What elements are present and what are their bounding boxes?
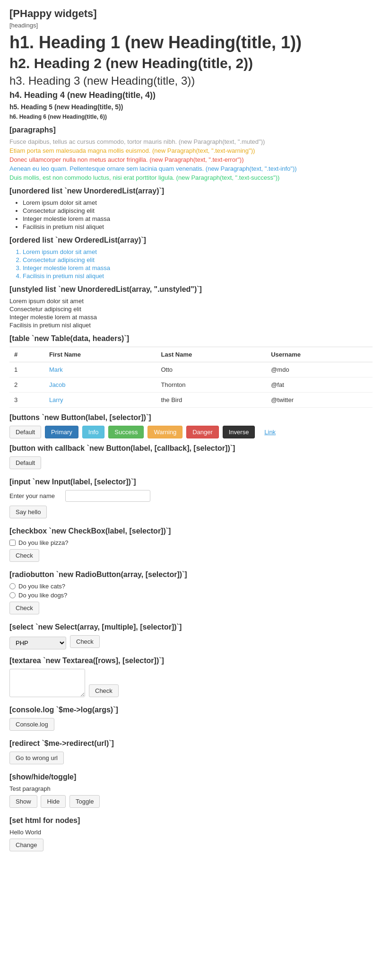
table-cell-firstname: Mark (44, 362, 156, 377)
demo-textarea[interactable] (9, 669, 85, 697)
php-select[interactable]: PHP JavaScript Python Ruby (9, 637, 66, 649)
say-hello-button[interactable]: Say hello (9, 506, 47, 518)
radio-dogs[interactable] (9, 592, 16, 598)
table-header-num: # (9, 347, 44, 362)
list-item: Facilisis in pretium nisl aliquet (23, 272, 373, 280)
button-inverse[interactable]: Inverse (223, 426, 255, 438)
table-cell-num: 3 (9, 393, 44, 408)
input-label: [input `new Input(label, [selector])`] (9, 478, 373, 486)
radiobutton-label: [radiobutton `new RadioButton(array, [se… (9, 570, 373, 579)
buttons-row: Default Primary Info Success Warning Dan… (9, 426, 373, 438)
input-field-label: Enter your name (9, 492, 61, 499)
table-cell-num: 1 (9, 362, 44, 377)
radio-cats-label: Do you like cats? (18, 583, 65, 590)
list-item: Consectetur adipiscing elit (23, 256, 373, 263)
name-input[interactable] (65, 490, 150, 502)
button-info[interactable]: Info (82, 426, 105, 438)
textarea-row: Check (9, 669, 373, 700)
table-row: 1 Mark Otto @mdo (9, 362, 373, 377)
redirect-button[interactable]: Go to wrong url (9, 752, 64, 764)
table-cell-firstname: Larry (44, 393, 156, 408)
table-cell-username: @mdo (266, 362, 373, 377)
table-cell-username: @twitter (266, 393, 373, 408)
radio-button-row: Check (9, 602, 373, 617)
checkbox-button-row: Check (9, 549, 373, 565)
buttons-label: [buttons `new Button(label, [selector])`… (9, 413, 373, 422)
consolelog-label: [console.log `$me->log(args)`] (9, 706, 373, 714)
input-row: Enter your name (9, 490, 373, 502)
table-header-lastname: Last Name (156, 347, 266, 362)
sethtmlnodes-button-row: Change (9, 839, 373, 854)
ordered-list: Lorem ipsum dolor sit amet Consectetur a… (9, 248, 373, 280)
hide-button[interactable]: Hide (41, 795, 66, 808)
table-header-username: Username (266, 347, 373, 362)
checkbox-check-button[interactable]: Check (9, 549, 39, 562)
consolelog-button[interactable]: Console.log (9, 718, 54, 731)
heading-2: h2. Heading 2 (new Heading(title, 2)) (9, 55, 373, 71)
checkbox-label: [checkbox `new CheckBox(label, [selector… (9, 527, 373, 535)
radio-cats[interactable] (9, 583, 16, 589)
para-muted: Fusce dapibus, tellus ac cursus commodo,… (9, 138, 373, 145)
radio-dogs-row: Do you like dogs? (9, 592, 373, 599)
heading-1: h1. Heading 1 (new Heading(title, 1)) (9, 33, 373, 52)
para-warning: Etiam porta sem malesuada magna mollis e… (9, 147, 373, 154)
button-link[interactable]: Link (259, 426, 281, 438)
list-item: Facilisis in pretium nisl aliquet (9, 322, 373, 329)
button-callback-label: [button with callback `new Button(label,… (9, 444, 373, 453)
showhide-buttons-row: Show Hide Toggle (9, 795, 373, 811)
table-row: 2 Jacob Thornton @fat (9, 377, 373, 393)
consolelog-button-row: Console.log (9, 718, 373, 734)
table-cell-num: 2 (9, 377, 44, 393)
unordered-list: Lorem ipsum dolor sit amet Consectetur a… (9, 199, 373, 230)
list-item: Integer molestie lorem at massa (9, 314, 373, 321)
select-check-button[interactable]: Check (70, 635, 100, 648)
button-success[interactable]: Success (108, 426, 144, 438)
table-cell-lastname: Otto (156, 362, 266, 377)
button-warning[interactable]: Warning (148, 426, 182, 438)
radio-dogs-label: Do you like dogs? (18, 592, 67, 599)
table-link[interactable]: Jacob (49, 381, 66, 388)
button-default[interactable]: Default (9, 426, 41, 438)
change-button[interactable]: Change (9, 839, 43, 851)
unstyled-list: Lorem ipsum dolor sit amet Consectetur a… (9, 298, 373, 329)
list-item: Lorem ipsum dolor sit amet (9, 298, 373, 305)
radio-check-button[interactable]: Check (9, 602, 39, 614)
heading-5: h5. Heading 5 (new Heading(title, 5)) (9, 103, 373, 111)
table-cell-lastname: Thornton (156, 377, 266, 393)
select-label: [select `new Select(array, [multiple], [… (9, 623, 373, 631)
hello-world-text: Hello World (9, 829, 373, 836)
unstyled-list-label: [unstyled list `new UnorderedList(array,… (9, 285, 373, 294)
page-title: [PHappy widgets] (9, 8, 373, 20)
button-callback-default[interactable]: Default (9, 456, 41, 469)
table-label: [table `new Table(data, headers)`] (9, 334, 373, 343)
unordered-list-label: [unordered list `new UnorderedList(array… (9, 187, 373, 195)
list-item: Integer molestie lorem at massa (23, 215, 373, 222)
table-cell-username: @fat (266, 377, 373, 393)
show-button[interactable]: Show (9, 795, 37, 808)
showhide-label: [show/hide/toggle] (9, 773, 373, 781)
list-item: Lorem ipsum dolor sit amet (23, 199, 373, 206)
pizza-checkbox[interactable] (9, 540, 16, 546)
ordered-list-label: [ordered list `new OrderedList(array)`] (9, 236, 373, 245)
heading-4: h4. Heading 4 (new Heading(title, 4)) (9, 90, 373, 100)
button-primary[interactable]: Primary (45, 426, 78, 438)
table-link[interactable]: Mark (49, 366, 63, 373)
paragraphs-label: [paragraphs] (9, 126, 373, 134)
radio-cats-row: Do you like cats? (9, 583, 373, 590)
textarea-check-button[interactable]: Check (89, 684, 119, 697)
table-cell-firstname: Jacob (44, 377, 156, 393)
para-error: Donec ullamcorper nulla non metus auctor… (9, 156, 373, 163)
heading-3: h3. Heading 3 (new Heading(title, 3)) (9, 74, 373, 88)
table-link[interactable]: Larry (49, 396, 63, 403)
checkbox-row: Do you like pizza? (9, 539, 373, 546)
table-cell-lastname: the Bird (156, 393, 266, 408)
table-header-firstname: First Name (44, 347, 156, 362)
button-danger[interactable]: Danger (186, 426, 219, 438)
sethtmlnodes-label: [set html for nodes] (9, 816, 373, 825)
list-item: Facilisis in pretium nisl aliquet (23, 223, 373, 230)
demo-table: # First Name Last Name Username 1 Mark O… (9, 347, 373, 408)
redirect-label: [redirect `$me->redirect(url)`] (9, 739, 373, 748)
heading-6: h6. Heading 6 (new Heading(title, 6)) (9, 114, 373, 120)
say-hello-row: Say hello (9, 506, 373, 521)
toggle-button[interactable]: Toggle (69, 795, 100, 808)
